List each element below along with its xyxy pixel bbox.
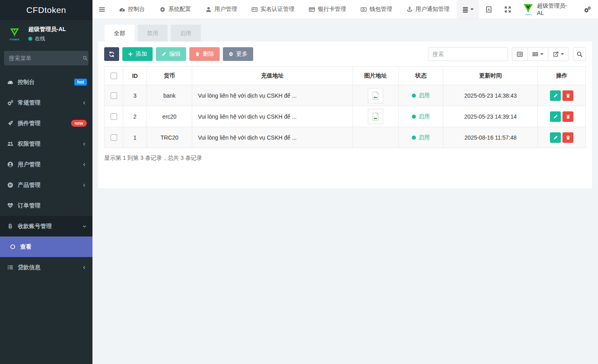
sidebar-item-贷款信息[interactable]: 贷款信息	[0, 257, 92, 278]
window-list-dropdown[interactable]	[457, 0, 479, 19]
sidebar-search	[4, 51, 88, 65]
cell-status: 启用	[399, 127, 443, 148]
select-all-checkbox[interactable]	[111, 73, 117, 79]
table-row: 2erc20Vui lòng liên hệ với dịch vụ CSKH …	[105, 106, 586, 127]
add-button-label: 添加	[136, 50, 147, 58]
cell-address: Vui lòng liên hệ với dịch vụ CSKH để ...	[192, 127, 353, 148]
users-icon	[7, 141, 13, 147]
row-checkbox[interactable]	[111, 92, 117, 99]
row-delete-button[interactable]	[562, 111, 573, 122]
tab-启用[interactable]: 启用	[171, 25, 201, 42]
column-header[interactable]: ID	[123, 67, 147, 85]
export-button[interactable]	[548, 47, 569, 61]
refresh-button[interactable]	[104, 47, 119, 61]
export-icon	[553, 51, 559, 57]
sidebar-item-查看[interactable]: 查看	[0, 236, 92, 257]
topnav-item-银行卡管理[interactable]: 银行卡管理	[302, 0, 353, 19]
cell-status: 启用	[399, 106, 443, 127]
column-header[interactable]: 图片地址	[353, 67, 399, 85]
topnav-item-用户管理[interactable]: 用户管理	[198, 0, 244, 19]
sidebar-item-label: 常规管理	[18, 99, 78, 107]
topnav-item-控制台[interactable]: 控制台	[112, 0, 152, 19]
sidebar-search-input[interactable]	[8, 54, 83, 62]
avatar: TITANFX	[6, 25, 23, 43]
sidebar-item-权限管理[interactable]: 权限管理	[0, 134, 92, 154]
row-edit-button[interactable]	[550, 132, 561, 143]
sidebar-item-常规管理[interactable]: 常规管理	[0, 92, 92, 113]
columns-button[interactable]	[527, 47, 548, 61]
row-checkbox[interactable]	[111, 134, 117, 141]
sidebar-item-label: 插件管理	[18, 120, 67, 127]
column-header[interactable]: 状态	[399, 67, 443, 85]
sidebar-badge: new	[71, 120, 87, 127]
row-edit-button[interactable]	[550, 111, 561, 122]
sidebar-badge: hot	[74, 79, 87, 86]
sidebar-item-插件管理[interactable]: 插件管理new	[0, 113, 92, 134]
topnav-item-实名认证管理[interactable]: 实名认证管理	[244, 0, 302, 19]
navbar-right: A TITANFX 超级管理员-AL	[457, 0, 598, 19]
column-header[interactable]: 货币	[147, 67, 192, 85]
cell-id: 1	[123, 127, 147, 148]
user-status-label: 在线	[35, 35, 45, 42]
cell-updated: 2025-08-16 11:57:48	[443, 127, 538, 148]
navbar-user-menu[interactable]: TITANFX 超级管理员-AL	[517, 0, 578, 19]
image-thumbnail[interactable]	[368, 109, 383, 124]
row-checkbox[interactable]	[111, 113, 117, 120]
status-dot	[412, 115, 416, 119]
table-toolbar: 添加 编辑 删除 更多	[104, 47, 586, 61]
more-button[interactable]: 更多	[223, 47, 253, 61]
detail-view-button[interactable]	[512, 47, 527, 61]
sidebar-item-控制台[interactable]: 控制台hot	[0, 72, 92, 92]
row-delete-button[interactable]	[562, 132, 573, 143]
trash-icon	[566, 114, 571, 119]
svg-text:A: A	[487, 7, 490, 11]
brand-logo[interactable]: CFDtoken	[0, 0, 92, 20]
chevron-left-icon	[82, 100, 87, 105]
sidebar-item-收款账号管理[interactable]: B收款账号管理	[0, 216, 92, 236]
advanced-search-button[interactable]	[573, 47, 586, 61]
tab-禁用[interactable]: 禁用	[138, 25, 168, 42]
cell-currency: erc20	[147, 106, 192, 127]
sidebar-item-label: 用户管理	[18, 161, 78, 168]
search-icon	[83, 56, 88, 61]
sidebar-item-订单管理[interactable]: 订单管理	[0, 195, 92, 216]
heartbeat-icon	[7, 203, 13, 209]
delete-button[interactable]: 删除	[189, 47, 220, 61]
column-header[interactable]: 充值地址	[192, 67, 353, 85]
app-window: CFDtoken TITANFX 超级管理员-AL 在线 控制台hot常规管理插…	[0, 0, 598, 364]
topnav-items: 控制台系统配置用户管理实名认证管理银行卡管理钱包管理用户通知管理	[112, 0, 457, 19]
column-header[interactable]: 更新时间	[443, 67, 538, 85]
table-search-input[interactable]	[428, 47, 508, 61]
grid-columns-icon	[532, 51, 538, 57]
bitcoin-icon: B	[7, 223, 13, 229]
gauge-icon	[7, 79, 13, 85]
hamburger-menu-icon[interactable]	[92, 6, 112, 13]
add-button[interactable]: 添加	[122, 47, 153, 61]
sidebar-item-产品管理[interactable]: P产品管理	[0, 175, 92, 195]
table-header-row: ID货币充值地址图片地址状态更新时间操作	[105, 67, 586, 85]
image-thumbnail[interactable]	[368, 88, 383, 103]
fullscreen-icon[interactable]	[498, 0, 517, 19]
cell-actions	[538, 85, 586, 106]
sidebar-item-用户管理[interactable]: 用户管理	[0, 154, 92, 175]
row-delete-button[interactable]	[562, 90, 573, 101]
sidebar-item-label: 产品管理	[18, 182, 78, 189]
top-navbar: 控制台系统配置用户管理实名认证管理银行卡管理钱包管理用户通知管理 A TITAN…	[92, 0, 598, 19]
topnav-item-用户通知管理[interactable]: 用户通知管理	[399, 0, 457, 19]
row-select-cell	[105, 85, 123, 106]
topnav-item-label: 系统配置	[168, 6, 191, 13]
edit-button[interactable]: 编辑	[156, 47, 186, 61]
row-edit-button[interactable]	[550, 90, 561, 101]
topnav-item-系统配置[interactable]: 系统配置	[152, 0, 198, 19]
column-header[interactable]: 操作	[538, 67, 586, 85]
pencil-icon	[553, 135, 558, 140]
topnav-item-钱包管理[interactable]: 钱包管理	[353, 0, 399, 19]
caret-down-icon	[470, 8, 474, 10]
pencil-icon	[162, 52, 166, 56]
language-switch-icon[interactable]: A	[479, 0, 498, 19]
topnav-item-label: 实名认证管理	[260, 6, 294, 13]
tab-全部[interactable]: 全部	[105, 25, 134, 42]
cell-currency: TRC20	[147, 127, 192, 148]
settings-cogs-icon[interactable]	[578, 0, 598, 19]
cell-image	[353, 127, 399, 148]
